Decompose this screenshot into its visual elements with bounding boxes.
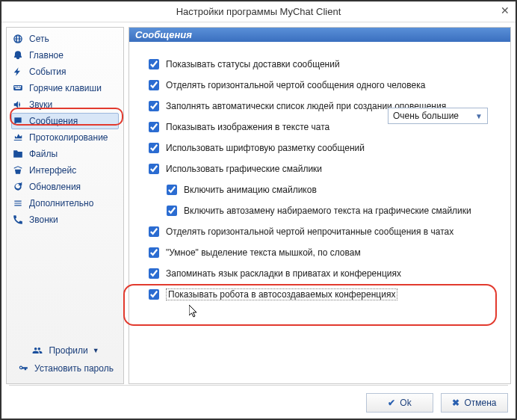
sidebar-item-4[interactable]: Звуки bbox=[7, 96, 123, 113]
sidebar-item-6[interactable]: Протоколирование bbox=[7, 129, 123, 146]
window-title: Настройки программы MyChat Client bbox=[176, 6, 341, 17]
sidebar-item-10[interactable]: Дополнительно bbox=[7, 195, 123, 211]
footer-separator bbox=[9, 385, 508, 386]
sidebar-icon bbox=[11, 33, 25, 45]
option-label: Показывать статусы доставки сообщений bbox=[166, 59, 340, 70]
profiles-label: Профили bbox=[49, 345, 87, 356]
sidebar-item-label: Горячие клавиши bbox=[29, 83, 102, 93]
sidebar-icon bbox=[11, 66, 25, 78]
sidebar-icon bbox=[11, 197, 25, 209]
sidebar-item-label: Дополнительно bbox=[29, 198, 93, 209]
svg-rect-1 bbox=[14, 86, 16, 87]
sidebar-icon bbox=[11, 214, 25, 226]
sidebar-item-3[interactable]: Горячие клавиши bbox=[7, 80, 123, 96]
option-label: Показывать робота в автосоздаваемых конф… bbox=[166, 288, 397, 300]
option-row-8[interactable]: Отделять горизонтальной чертой непрочита… bbox=[146, 221, 503, 242]
option-row-11[interactable]: Показывать робота в автосоздаваемых конф… bbox=[146, 284, 503, 305]
svg-rect-5 bbox=[16, 87, 21, 89]
sidebar-icon bbox=[11, 132, 25, 143]
ok-button[interactable]: ✔ Ok bbox=[366, 393, 433, 413]
sidebar-icon bbox=[11, 148, 25, 160]
sidebar-item-0[interactable]: Сеть bbox=[7, 31, 123, 47]
dialog-footer: ✔ Ok ✖ Отмена bbox=[9, 393, 508, 413]
sidebar-item-label: События bbox=[29, 67, 66, 77]
sidebar-item-label: Звуки bbox=[29, 99, 52, 110]
sidebar-icon bbox=[11, 49, 25, 61]
sidebar-item-label: Обновления bbox=[29, 182, 81, 192]
option-checkbox[interactable] bbox=[167, 185, 177, 195]
sidebar-list: СетьГлавноеСобытияГорячие клавишиЗвукиСо… bbox=[6, 27, 124, 384]
option-checkbox[interactable] bbox=[149, 289, 159, 300]
close-icon[interactable]: ✕ bbox=[501, 4, 510, 16]
option-row-7[interactable]: Включить автозамену набираемого текста н… bbox=[164, 200, 503, 221]
image-size-value: Очень большие bbox=[393, 111, 459, 121]
titlebar: Настройки программы MyChat Client ✕ bbox=[1, 1, 516, 22]
chevron-down-icon: ▼ bbox=[475, 112, 483, 120]
option-row-1[interactable]: Отделять горизонтальной чертой сообщения… bbox=[146, 75, 503, 96]
sidebar-item-9[interactable]: Обновления bbox=[7, 179, 123, 195]
option-checkbox[interactable] bbox=[149, 80, 159, 90]
option-label: Отделять горизонтальной чертой непрочита… bbox=[166, 226, 453, 237]
option-checkbox[interactable] bbox=[149, 247, 159, 258]
option-label: Включить анимацию смайликов bbox=[184, 185, 317, 195]
option-row-6[interactable]: Включить анимацию смайликов bbox=[164, 179, 503, 200]
option-row-4[interactable]: Использовать шрифтовую разметку сообщени… bbox=[146, 138, 503, 158]
cursor-icon bbox=[189, 305, 201, 320]
cross-icon: ✖ bbox=[452, 398, 459, 408]
option-checkbox[interactable] bbox=[149, 101, 159, 111]
sidebar-icon bbox=[11, 82, 25, 94]
sidebar-icon bbox=[11, 99, 25, 111]
sidebar-footer: Профили ▼ Установить пароль bbox=[10, 342, 120, 377]
option-row-9[interactable]: "Умное" выделение текста мышкой, по слов… bbox=[146, 242, 503, 263]
option-checkbox[interactable] bbox=[149, 143, 159, 153]
set-password-label: Установить пароль bbox=[34, 363, 114, 374]
option-label: "Умное" выделение текста мышкой, по слов… bbox=[166, 247, 361, 258]
sidebar-item-label: Сообщения bbox=[29, 116, 78, 126]
option-checkbox[interactable] bbox=[149, 226, 159, 237]
sidebar-icon bbox=[11, 164, 25, 176]
sidebar-icon bbox=[11, 115, 25, 127]
options-area: Показывать статусы доставки сообщенийОтд… bbox=[129, 42, 510, 312]
sidebar-item-label: Файлы bbox=[29, 149, 58, 159]
ok-label: Ok bbox=[400, 398, 411, 408]
panel-title: Сообщения bbox=[129, 28, 510, 42]
sidebar-item-8[interactable]: Интерфейс bbox=[7, 162, 123, 179]
option-row-5[interactable]: Использовать графические смайлики bbox=[146, 158, 503, 179]
sidebar-item-label: Протоколирование bbox=[29, 132, 108, 143]
svg-rect-2 bbox=[16, 86, 18, 87]
sidebar-item-2[interactable]: События bbox=[7, 64, 123, 80]
option-row-10[interactable]: Запоминать язык раскладки в приватах и к… bbox=[146, 263, 503, 284]
option-checkbox[interactable] bbox=[149, 59, 159, 70]
option-checkbox[interactable] bbox=[149, 268, 159, 279]
sidebar: СетьГлавноеСобытияГорячие клавишиЗвукиСо… bbox=[1, 22, 124, 389]
settings-panel: Сообщения Показывать статусы доставки со… bbox=[129, 27, 511, 384]
cancel-button[interactable]: ✖ Отмена bbox=[441, 393, 508, 413]
option-row-0[interactable]: Показывать статусы доставки сообщений bbox=[146, 54, 503, 75]
svg-rect-0 bbox=[13, 85, 22, 90]
option-label: Запоминать язык раскладки в приватах и к… bbox=[166, 268, 401, 279]
option-label: Использовать графические смайлики bbox=[166, 164, 322, 174]
option-checkbox[interactable] bbox=[167, 206, 177, 216]
option-label: Включить автозамену набираемого текста н… bbox=[184, 206, 471, 216]
option-label: Отделять горизонтальной чертой сообщения… bbox=[166, 80, 425, 90]
set-password-button[interactable]: Установить пароль bbox=[10, 359, 120, 377]
image-size-select[interactable]: Очень большие ▼ bbox=[388, 108, 488, 124]
option-checkbox[interactable] bbox=[149, 164, 159, 174]
option-label: Показывать изображения в тексте чата bbox=[166, 122, 329, 132]
sidebar-item-label: Главное bbox=[29, 50, 64, 61]
svg-rect-3 bbox=[18, 86, 19, 87]
sidebar-item-label: Сеть bbox=[29, 34, 49, 44]
sidebar-item-11[interactable]: Звонки bbox=[7, 211, 123, 228]
sidebar-item-7[interactable]: Файлы bbox=[7, 146, 123, 162]
sidebar-item-1[interactable]: Главное bbox=[7, 47, 123, 64]
profiles-button[interactable]: Профили ▼ bbox=[10, 342, 120, 359]
sidebar-item-label: Звонки bbox=[29, 214, 58, 225]
users-icon bbox=[31, 345, 44, 356]
check-icon: ✔ bbox=[388, 398, 395, 408]
svg-rect-4 bbox=[19, 86, 21, 87]
option-label: Использовать шрифтовую разметку сообщени… bbox=[166, 143, 365, 153]
sidebar-icon bbox=[11, 181, 25, 193]
option-checkbox[interactable] bbox=[149, 122, 159, 132]
sidebar-item-5[interactable]: Сообщения bbox=[11, 113, 119, 129]
sidebar-item-label: Интерфейс bbox=[29, 165, 76, 176]
